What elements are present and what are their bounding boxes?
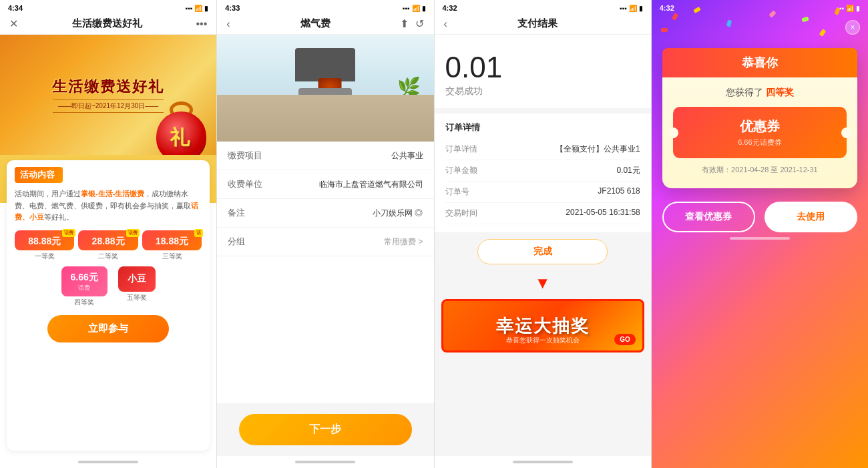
order-val-number: JF2105 618 — [598, 186, 640, 198]
back-icon[interactable]: ‹ — [226, 18, 230, 30]
order-key-detail: 订单详情 — [445, 144, 477, 155]
coupon-notch-right — [841, 128, 852, 138]
order-row-time: 交易时间 2021-05-05 16:31:58 — [445, 203, 640, 224]
panel3-body: 0.01 交易成功 订单详情 订单详情 【全额支付】公共事业1 订单金额 0.0… — [435, 35, 651, 456]
activity-section-title: 活动内容 — [15, 167, 63, 183]
wifi-icon-2: 📶 — [412, 5, 420, 12]
prize-item-4: 6.66元 话费 四等奖 — [61, 266, 107, 307]
status-icons-1: ▪▪▪ 📶 ▮ — [186, 5, 209, 12]
order-val-amount: 0.01元 — [616, 165, 640, 176]
order-section-title: 订单详情 — [445, 122, 640, 134]
home-indicator-4 — [730, 237, 790, 240]
value-group: 常用缴费 > — [384, 236, 423, 248]
form-row-remark: 备注 小刀娱乐网 ◎ — [217, 199, 433, 228]
wifi-icon-3: 📶 — [629, 5, 637, 12]
prize-tag-1: 话费 — [62, 229, 75, 237]
time-3: 4:32 — [443, 4, 457, 12]
nav-title-3: 支付结果 — [517, 17, 558, 30]
prize-amount-2: 28.88元 — [81, 236, 135, 248]
value-remark: 小刀娱乐网 ◎ — [373, 208, 423, 219]
view-coupon-button[interactable]: 查看优惠券 — [662, 202, 755, 232]
more-icon[interactable]: ••• — [196, 18, 207, 30]
prize-box-4: 6.66元 话费 — [61, 266, 107, 296]
gift-character: 礼 — [170, 124, 190, 152]
refresh-icon[interactable]: ↺ — [415, 17, 424, 30]
nav-title-2: 燃气费 — [300, 17, 331, 30]
nav-bar-3: ‹ 支付结果 — [435, 15, 651, 35]
order-val-detail: 【全额支付】公共事业1 — [556, 144, 640, 155]
prizes-row2: 6.66元 话费 四等奖 小豆 五等奖 — [15, 266, 202, 307]
prize-item-1: 话费 88.88元 一等奖 — [15, 230, 74, 261]
form-row-item-type: 缴费项目 公共事业 — [217, 142, 433, 170]
home-bar-2 — [217, 456, 433, 468]
lottery-content: 幸运大抽奖 恭喜您获得一次抽奖机会 — [443, 314, 642, 338]
label-item-type: 缴费项目 — [228, 150, 268, 162]
prize-tag-4: 话费 — [71, 284, 98, 292]
highlight-prizes: 话费、小豆 — [15, 202, 198, 222]
status-bar-4: 4:32 ▪▪▪ 📶 ▮ — [652, 0, 868, 15]
status-icons-3: ▪▪▪ 📶 ▮ — [620, 5, 643, 12]
prize-rank-highlight: 四等奖 — [766, 87, 794, 97]
prize-item-5: 小豆 五等奖 — [118, 266, 156, 307]
participate-button[interactable]: 立即参与 — [47, 315, 169, 342]
kitchen-counter — [217, 95, 433, 142]
order-key-time: 交易时间 — [445, 208, 477, 219]
share-icon[interactable]: ⬆ — [400, 17, 409, 30]
prizes-grid: 话费 88.88元 一等奖 话费 28.88元 二等奖 话 18.88元 — [15, 230, 202, 261]
payment-result-section: 0.01 交易成功 — [435, 35, 651, 108]
label-collector: 收费单位 — [228, 178, 268, 190]
validity-text: 有效期：2021-04-28 至 2021-12-31 — [673, 165, 847, 175]
highlight-text: 掌银-生活-生活缴费 — [81, 190, 144, 198]
form-row-group[interactable]: 分组 常用缴费 > — [217, 228, 433, 256]
home-bar-4 — [652, 232, 868, 244]
complete-button[interactable]: 完成 — [477, 239, 608, 264]
panel-3-payment-result: 4:32 ▪▪▪ 📶 ▮ ‹ 支付结果 0.01 交易成功 订单详情 订单详情 … — [434, 0, 651, 468]
status-icons-2: ▪▪▪ 📶 ▮ — [403, 5, 426, 12]
form-list: 缴费项目 公共事业 收费单位 临海市上盘管道燃气有限公司 备注 小刀娱乐网 ◎ … — [217, 142, 433, 403]
confetti-3 — [726, 19, 732, 27]
nav-bar-2: ‹ 燃气费 ⬆ ↺ — [217, 15, 433, 35]
panel-4-prize: 4:32 ▪▪▪ 📶 ▮ × 恭喜你 您获得了 四等奖 优惠券 6.66元话费券 — [651, 0, 868, 468]
kitchen-image: 🌿 — [217, 35, 433, 142]
status-bar-1: 4:34 ▪▪▪ 📶 ▮ — [0, 0, 216, 15]
order-row-detail: 订单详情 【全额支付】公共事业1 — [445, 139, 640, 160]
home-bar-1 — [0, 456, 216, 468]
confetti-9 — [819, 29, 826, 37]
lottery-go-button[interactable]: GO — [614, 334, 636, 345]
next-step-button[interactable]: 下一步 — [239, 414, 412, 445]
activity-description: 活动期间，用户通过掌银-生活-生活缴费，成功缴纳水费、电费、燃气费、供暖费，即有… — [15, 188, 202, 224]
gift-bag-decoration: 礼 — [156, 101, 210, 155]
back-icon-3[interactable]: ‹ — [444, 18, 447, 30]
prize-label-4: 四等奖 — [74, 298, 94, 307]
panel1-body: 生活缴费送好礼 ——即日起~2021年12月30日—— 礼 活动内容 活动期间，… — [0, 35, 216, 456]
wifi-icon: 📶 — [194, 5, 202, 12]
close-icon[interactable]: ✕ — [9, 17, 18, 30]
close-button[interactable]: × — [845, 20, 860, 35]
prize-item-3: 话 18.88元 三等奖 — [142, 230, 202, 261]
action-buttons-row: 查看优惠券 去使用 — [662, 202, 857, 232]
prize-box-5: 小豆 — [118, 266, 156, 292]
payment-status: 交易成功 — [445, 85, 640, 97]
red-arrow-indicator: ▼ — [435, 274, 651, 292]
battery-icon: ▮ — [204, 5, 208, 12]
order-row-amount: 订单金额 0.01元 — [445, 160, 640, 182]
coupon-name: 优惠券 — [684, 118, 836, 136]
signal-icon-4: ▪▪▪ — [837, 5, 844, 12]
prize-box-3: 话 18.88元 — [142, 230, 202, 250]
home-indicator-3 — [513, 461, 573, 463]
banner-title: 生活缴费送好礼 — [52, 77, 164, 97]
prize-amount-1: 88.88元 — [17, 236, 71, 248]
time-4: 4:32 — [660, 4, 674, 12]
status-bar-2: 4:33 ▪▪▪ 📶 ▮ — [217, 0, 433, 15]
use-coupon-button[interactable]: 去使用 — [765, 202, 857, 232]
lottery-banner[interactable]: 幸运大抽奖 恭喜您获得一次抽奖机会 GO — [441, 299, 644, 353]
battery-icon-2: ▮ — [422, 5, 426, 12]
prize-amount-3: 18.88元 — [145, 236, 199, 248]
order-val-time: 2021-05-05 16:31:58 — [566, 208, 640, 219]
payment-amount: 0.01 — [445, 51, 640, 84]
banner-date: ——即日起~2021年12月30日—— — [53, 99, 164, 113]
activity-card: 活动内容 活动期间，用户通过掌银-生活-生活缴费，成功缴纳水费、电费、燃气费、供… — [7, 160, 210, 451]
prize-box-2: 话费 28.88元 — [78, 230, 138, 250]
label-group: 分组 — [228, 236, 268, 248]
confetti-8 — [661, 28, 668, 33]
